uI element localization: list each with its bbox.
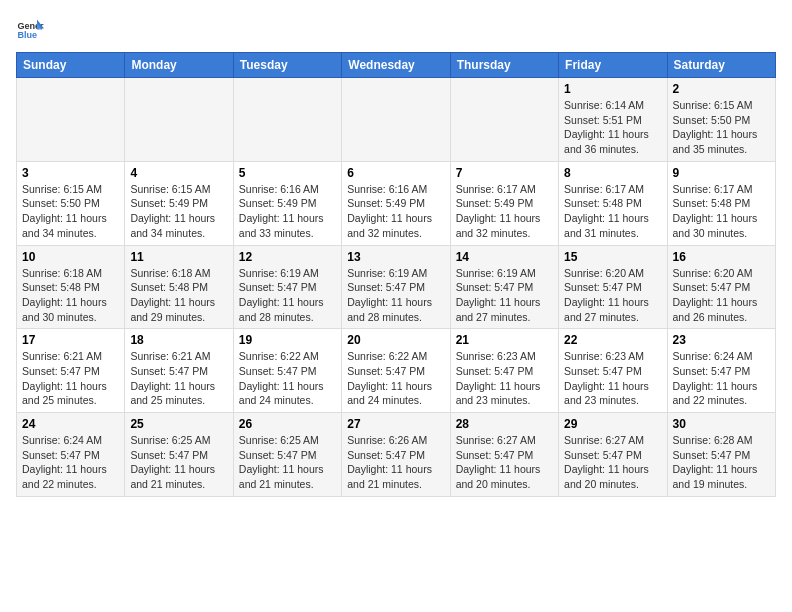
day-cell: 14Sunrise: 6:19 AM Sunset: 5:47 PM Dayli… — [450, 245, 558, 329]
day-detail: Sunrise: 6:14 AM Sunset: 5:51 PM Dayligh… — [564, 98, 661, 157]
day-number: 9 — [673, 166, 770, 180]
day-detail: Sunrise: 6:23 AM Sunset: 5:47 PM Dayligh… — [456, 349, 553, 408]
day-number: 26 — [239, 417, 336, 431]
day-number: 2 — [673, 82, 770, 96]
day-number: 4 — [130, 166, 227, 180]
day-cell: 3Sunrise: 6:15 AM Sunset: 5:50 PM Daylig… — [17, 161, 125, 245]
day-number: 22 — [564, 333, 661, 347]
weekday-header-monday: Monday — [125, 53, 233, 78]
day-detail: Sunrise: 6:19 AM Sunset: 5:47 PM Dayligh… — [456, 266, 553, 325]
day-detail: Sunrise: 6:16 AM Sunset: 5:49 PM Dayligh… — [347, 182, 444, 241]
day-cell: 8Sunrise: 6:17 AM Sunset: 5:48 PM Daylig… — [559, 161, 667, 245]
day-number: 3 — [22, 166, 119, 180]
day-cell: 13Sunrise: 6:19 AM Sunset: 5:47 PM Dayli… — [342, 245, 450, 329]
weekday-header-thursday: Thursday — [450, 53, 558, 78]
day-number: 1 — [564, 82, 661, 96]
day-detail: Sunrise: 6:19 AM Sunset: 5:47 PM Dayligh… — [347, 266, 444, 325]
day-number: 11 — [130, 250, 227, 264]
day-cell: 15Sunrise: 6:20 AM Sunset: 5:47 PM Dayli… — [559, 245, 667, 329]
day-detail: Sunrise: 6:26 AM Sunset: 5:47 PM Dayligh… — [347, 433, 444, 492]
day-cell: 18Sunrise: 6:21 AM Sunset: 5:47 PM Dayli… — [125, 329, 233, 413]
day-detail: Sunrise: 6:18 AM Sunset: 5:48 PM Dayligh… — [130, 266, 227, 325]
day-number: 29 — [564, 417, 661, 431]
day-detail: Sunrise: 6:15 AM Sunset: 5:49 PM Dayligh… — [130, 182, 227, 241]
day-cell: 4Sunrise: 6:15 AM Sunset: 5:49 PM Daylig… — [125, 161, 233, 245]
day-number: 19 — [239, 333, 336, 347]
day-detail: Sunrise: 6:16 AM Sunset: 5:49 PM Dayligh… — [239, 182, 336, 241]
day-detail: Sunrise: 6:20 AM Sunset: 5:47 PM Dayligh… — [673, 266, 770, 325]
logo-icon: General Blue — [16, 16, 44, 44]
day-number: 20 — [347, 333, 444, 347]
day-detail: Sunrise: 6:17 AM Sunset: 5:49 PM Dayligh… — [456, 182, 553, 241]
day-number: 13 — [347, 250, 444, 264]
day-cell: 5Sunrise: 6:16 AM Sunset: 5:49 PM Daylig… — [233, 161, 341, 245]
day-cell — [450, 78, 558, 162]
day-cell: 20Sunrise: 6:22 AM Sunset: 5:47 PM Dayli… — [342, 329, 450, 413]
day-cell: 25Sunrise: 6:25 AM Sunset: 5:47 PM Dayli… — [125, 413, 233, 497]
day-cell: 12Sunrise: 6:19 AM Sunset: 5:47 PM Dayli… — [233, 245, 341, 329]
day-detail: Sunrise: 6:21 AM Sunset: 5:47 PM Dayligh… — [130, 349, 227, 408]
day-detail: Sunrise: 6:15 AM Sunset: 5:50 PM Dayligh… — [673, 98, 770, 157]
day-number: 6 — [347, 166, 444, 180]
week-row-5: 24Sunrise: 6:24 AM Sunset: 5:47 PM Dayli… — [17, 413, 776, 497]
day-cell: 16Sunrise: 6:20 AM Sunset: 5:47 PM Dayli… — [667, 245, 775, 329]
day-number: 24 — [22, 417, 119, 431]
day-cell: 10Sunrise: 6:18 AM Sunset: 5:48 PM Dayli… — [17, 245, 125, 329]
day-number: 30 — [673, 417, 770, 431]
day-detail: Sunrise: 6:20 AM Sunset: 5:47 PM Dayligh… — [564, 266, 661, 325]
weekday-header-wednesday: Wednesday — [342, 53, 450, 78]
day-detail: Sunrise: 6:22 AM Sunset: 5:47 PM Dayligh… — [347, 349, 444, 408]
day-cell: 2Sunrise: 6:15 AM Sunset: 5:50 PM Daylig… — [667, 78, 775, 162]
day-cell: 29Sunrise: 6:27 AM Sunset: 5:47 PM Dayli… — [559, 413, 667, 497]
day-detail: Sunrise: 6:19 AM Sunset: 5:47 PM Dayligh… — [239, 266, 336, 325]
day-detail: Sunrise: 6:18 AM Sunset: 5:48 PM Dayligh… — [22, 266, 119, 325]
day-cell: 9Sunrise: 6:17 AM Sunset: 5:48 PM Daylig… — [667, 161, 775, 245]
week-row-2: 3Sunrise: 6:15 AM Sunset: 5:50 PM Daylig… — [17, 161, 776, 245]
day-cell — [125, 78, 233, 162]
day-cell — [342, 78, 450, 162]
weekday-header-row: SundayMondayTuesdayWednesdayThursdayFrid… — [17, 53, 776, 78]
day-detail: Sunrise: 6:28 AM Sunset: 5:47 PM Dayligh… — [673, 433, 770, 492]
day-detail: Sunrise: 6:17 AM Sunset: 5:48 PM Dayligh… — [673, 182, 770, 241]
day-cell: 30Sunrise: 6:28 AM Sunset: 5:47 PM Dayli… — [667, 413, 775, 497]
day-number: 17 — [22, 333, 119, 347]
day-number: 7 — [456, 166, 553, 180]
day-detail: Sunrise: 6:27 AM Sunset: 5:47 PM Dayligh… — [564, 433, 661, 492]
day-detail: Sunrise: 6:25 AM Sunset: 5:47 PM Dayligh… — [130, 433, 227, 492]
day-cell: 19Sunrise: 6:22 AM Sunset: 5:47 PM Dayli… — [233, 329, 341, 413]
day-cell: 11Sunrise: 6:18 AM Sunset: 5:48 PM Dayli… — [125, 245, 233, 329]
day-cell: 21Sunrise: 6:23 AM Sunset: 5:47 PM Dayli… — [450, 329, 558, 413]
day-cell: 23Sunrise: 6:24 AM Sunset: 5:47 PM Dayli… — [667, 329, 775, 413]
day-detail: Sunrise: 6:15 AM Sunset: 5:50 PM Dayligh… — [22, 182, 119, 241]
day-number: 21 — [456, 333, 553, 347]
day-number: 8 — [564, 166, 661, 180]
day-number: 23 — [673, 333, 770, 347]
day-number: 18 — [130, 333, 227, 347]
day-number: 14 — [456, 250, 553, 264]
day-number: 28 — [456, 417, 553, 431]
day-cell: 17Sunrise: 6:21 AM Sunset: 5:47 PM Dayli… — [17, 329, 125, 413]
day-cell: 1Sunrise: 6:14 AM Sunset: 5:51 PM Daylig… — [559, 78, 667, 162]
week-row-4: 17Sunrise: 6:21 AM Sunset: 5:47 PM Dayli… — [17, 329, 776, 413]
day-detail: Sunrise: 6:24 AM Sunset: 5:47 PM Dayligh… — [22, 433, 119, 492]
weekday-header-saturday: Saturday — [667, 53, 775, 78]
day-cell: 24Sunrise: 6:24 AM Sunset: 5:47 PM Dayli… — [17, 413, 125, 497]
day-detail: Sunrise: 6:25 AM Sunset: 5:47 PM Dayligh… — [239, 433, 336, 492]
calendar-table: SundayMondayTuesdayWednesdayThursdayFrid… — [16, 52, 776, 497]
day-number: 15 — [564, 250, 661, 264]
day-number: 12 — [239, 250, 336, 264]
day-cell: 26Sunrise: 6:25 AM Sunset: 5:47 PM Dayli… — [233, 413, 341, 497]
day-cell: 27Sunrise: 6:26 AM Sunset: 5:47 PM Dayli… — [342, 413, 450, 497]
day-detail: Sunrise: 6:21 AM Sunset: 5:47 PM Dayligh… — [22, 349, 119, 408]
day-detail: Sunrise: 6:22 AM Sunset: 5:47 PM Dayligh… — [239, 349, 336, 408]
day-number: 5 — [239, 166, 336, 180]
weekday-header-friday: Friday — [559, 53, 667, 78]
day-cell — [17, 78, 125, 162]
day-detail: Sunrise: 6:24 AM Sunset: 5:47 PM Dayligh… — [673, 349, 770, 408]
week-row-1: 1Sunrise: 6:14 AM Sunset: 5:51 PM Daylig… — [17, 78, 776, 162]
day-detail: Sunrise: 6:17 AM Sunset: 5:48 PM Dayligh… — [564, 182, 661, 241]
day-cell: 28Sunrise: 6:27 AM Sunset: 5:47 PM Dayli… — [450, 413, 558, 497]
day-cell: 7Sunrise: 6:17 AM Sunset: 5:49 PM Daylig… — [450, 161, 558, 245]
day-number: 16 — [673, 250, 770, 264]
day-detail: Sunrise: 6:23 AM Sunset: 5:47 PM Dayligh… — [564, 349, 661, 408]
